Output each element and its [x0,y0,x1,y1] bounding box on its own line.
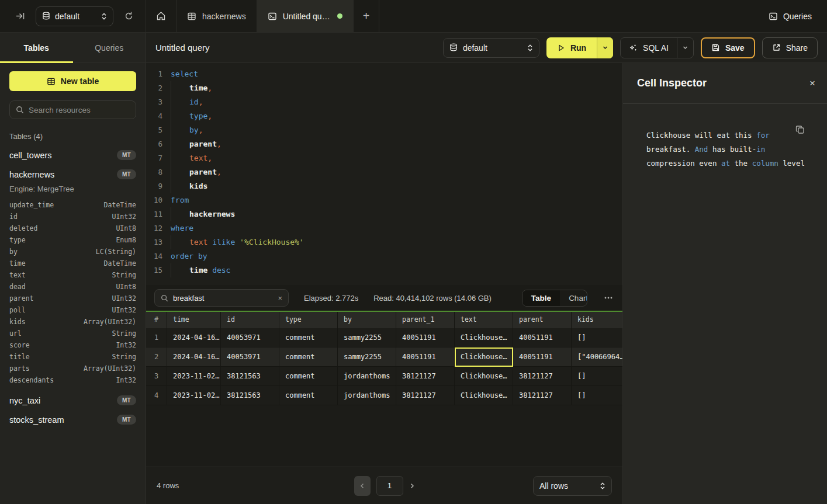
cell-value-line: breakfast. And has built-in [646,142,805,157]
page-number-input[interactable] [376,476,403,496]
indent-guide [171,81,189,95]
table-cell[interactable]: 38121127 [396,386,455,405]
clear-search-icon[interactable]: × [278,294,282,303]
table-list-item[interactable]: nyc_taxiMT [9,395,136,405]
table-cell[interactable]: jordanthoms [338,386,396,405]
field-type: UInt32 [112,213,136,221]
table-list-item[interactable]: cell_towersMT [9,150,136,160]
table-cell[interactable]: 40051191 [513,328,572,347]
table-cell[interactable]: 40051191 [513,347,572,367]
code-token [235,235,240,249]
table-cell[interactable]: sammy2255 [338,347,396,367]
table-cell[interactable]: 2023-11-02… [167,367,221,386]
table-cell[interactable]: ["40066964… [572,347,622,367]
table-list-item[interactable]: stocks_streamMT [9,415,136,425]
run-button[interactable]: Run [546,37,597,58]
table-list-item[interactable]: hackernewsMT [9,169,136,179]
run-options-button[interactable] [597,37,613,58]
top-bar: default hackernews Untitled qu… + Querie… [0,0,827,33]
database-selector[interactable]: default [36,6,113,26]
table-cell[interactable]: 38121563 [221,386,279,405]
table-cell[interactable]: 2024-04-16… [167,328,221,347]
table-cell[interactable]: sammy2255 [338,328,396,347]
copy-cell-button[interactable] [795,125,805,134]
new-tab-button[interactable]: + [354,0,380,32]
column-header[interactable]: parent [513,312,572,328]
table-cell[interactable]: 40051191 [396,328,455,347]
table-cell[interactable]: [] [572,386,622,405]
column-header[interactable]: parent_1 [396,312,455,328]
editor-line: 13text ilike '%ClickHouse%' [146,235,622,249]
table-cell[interactable]: [] [572,367,622,386]
close-icon: × [809,78,815,89]
sql-editor[interactable]: 1select2time,3id,4type,5by,6parent,7text… [146,63,622,285]
sidebar-tab-queries[interactable]: Queries [73,33,146,62]
table-row: 12024-04-16…40053971commentsammy22554005… [146,328,622,347]
plain-text: has built- [708,145,756,154]
field-type: Enum8 [116,236,136,244]
table-cell[interactable]: 40053971 [221,347,279,367]
line-number: 13 [146,235,171,249]
table-cell[interactable]: comment [279,328,338,347]
column-header[interactable]: id [221,312,279,328]
table-cell[interactable]: Clickhouse… [455,367,513,386]
table-cell[interactable]: 40053971 [221,328,279,347]
field-type: Array(UInt32) [84,318,136,326]
field-type: UInt8 [116,283,136,291]
table-cell[interactable]: 2023-11-02… [167,386,221,405]
view-tab-table[interactable]: Table [523,290,560,306]
column-header[interactable]: time [167,312,221,328]
refresh-button[interactable] [122,9,136,23]
table-cell[interactable]: Clickhouse… [455,328,513,347]
code-token: text [189,151,207,165]
table-cell[interactable]: Clickhouse… [455,347,513,367]
table-cell[interactable]: comment [279,347,338,367]
table-cell[interactable]: comment [279,386,338,405]
query-database-selector[interactable]: default [443,38,539,58]
line-number: 1 [146,67,171,81]
search-resources-input[interactable] [29,106,132,114]
sql-ai-button[interactable]: SQL AI [621,38,677,58]
sidebar-tab-tables[interactable]: Tables [0,33,73,62]
view-tab-chart[interactable]: Chart [560,290,587,306]
indent-guide [171,179,189,193]
table-cell[interactable]: 2024-04-16… [167,347,221,367]
more-options-button[interactable] [603,296,614,300]
column-header[interactable]: type [279,312,338,328]
table-cell[interactable]: 38121127 [513,386,572,405]
share-button[interactable]: Share [762,37,818,58]
editor-line: 3id, [146,95,622,109]
tab-hackernews[interactable]: hackernews [177,0,257,32]
column-header[interactable]: text [455,312,513,328]
terminal-icon [268,12,277,21]
table-cell[interactable]: Clickhouse… [455,386,513,405]
sidebar-collapse-button[interactable] [13,9,27,23]
tab-home[interactable] [146,0,177,32]
tab-untitled-query[interactable]: Untitled qu… [257,0,354,32]
schema-field-row: kidsArray(UInt32) [9,316,136,328]
table-cell[interactable]: [] [572,328,622,347]
save-button[interactable]: Save [701,37,755,58]
next-page-button[interactable] [409,482,415,489]
table-cell[interactable]: 38121563 [221,367,279,386]
previous-page-button[interactable] [354,476,371,496]
code-token: text [189,235,207,249]
new-table-button[interactable]: New table [9,71,136,91]
close-inspector-button[interactable]: × [809,78,815,89]
page-size-selector[interactable]: All rows [533,476,612,496]
queries-button[interactable]: Queries [753,0,827,32]
column-header[interactable]: # [146,312,167,328]
table-cell[interactable]: 38121127 [396,367,455,386]
topbar-spacer [379,0,753,32]
table-cell[interactable]: 38121127 [513,367,572,386]
table-cell[interactable]: comment [279,367,338,386]
chevron-updown-icon [600,482,605,490]
table-cell[interactable]: jordanthoms [338,367,396,386]
results-search-input[interactable] [173,294,273,303]
column-header[interactable]: by [338,312,396,328]
column-header[interactable]: kids [572,312,622,328]
rows-read-stat: Read: 40,414,102 rows (14.06 GB) [373,294,492,303]
sql-ai-options-button[interactable] [677,38,693,58]
table-cell[interactable]: 40051191 [396,347,455,367]
database-icon [449,43,458,52]
